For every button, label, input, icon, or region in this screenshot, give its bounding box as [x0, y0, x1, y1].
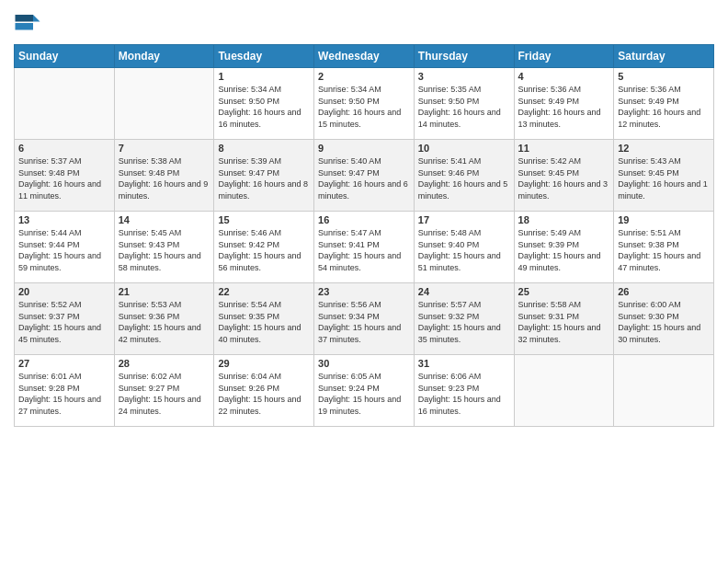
- weekday-header-tuesday: Tuesday: [214, 45, 314, 68]
- week-row-5: 27Sunrise: 6:01 AMSunset: 9:28 PMDayligh…: [15, 355, 714, 427]
- day-number: 6: [18, 143, 110, 154]
- day-info: Sunrise: 5:49 AMSunset: 9:39 PMDaylight:…: [518, 227, 610, 273]
- day-info: Sunrise: 6:06 AMSunset: 9:23 PMDaylight:…: [418, 371, 510, 417]
- calendar-cell: 8Sunrise: 5:39 AMSunset: 9:47 PMDaylight…: [214, 140, 314, 212]
- day-number: 18: [518, 214, 610, 225]
- day-number: 30: [318, 358, 410, 369]
- calendar-cell: 13Sunrise: 5:44 AMSunset: 9:44 PMDayligh…: [15, 212, 115, 283]
- day-number: 19: [618, 214, 710, 225]
- week-row-3: 13Sunrise: 5:44 AMSunset: 9:44 PMDayligh…: [15, 212, 714, 283]
- week-row-4: 20Sunrise: 5:52 AMSunset: 9:37 PMDayligh…: [15, 283, 714, 355]
- day-number: 1: [218, 71, 310, 82]
- logo: [14, 9, 45, 37]
- calendar-cell: 12Sunrise: 5:43 AMSunset: 9:45 PMDayligh…: [614, 140, 714, 212]
- day-info: Sunrise: 5:54 AMSunset: 9:35 PMDaylight:…: [218, 299, 310, 345]
- day-number: 8: [218, 143, 310, 154]
- calendar-cell: 28Sunrise: 6:02 AMSunset: 9:27 PMDayligh…: [114, 355, 214, 427]
- day-info: Sunrise: 5:36 AMSunset: 9:49 PMDaylight:…: [618, 84, 710, 130]
- calendar-cell: [514, 355, 614, 427]
- day-number: 14: [119, 214, 210, 225]
- day-info: Sunrise: 5:47 AMSunset: 9:41 PMDaylight:…: [318, 227, 410, 273]
- calendar-cell: 18Sunrise: 5:49 AMSunset: 9:39 PMDayligh…: [514, 212, 614, 283]
- svg-rect-2: [16, 15, 34, 22]
- calendar-cell: 21Sunrise: 5:53 AMSunset: 9:36 PMDayligh…: [114, 283, 214, 355]
- weekday-header-sunday: Sunday: [15, 45, 115, 68]
- day-info: Sunrise: 5:51 AMSunset: 9:38 PMDaylight:…: [618, 227, 710, 273]
- calendar-cell: 26Sunrise: 6:00 AMSunset: 9:30 PMDayligh…: [614, 283, 714, 355]
- day-number: 23: [318, 286, 410, 297]
- day-number: 15: [218, 214, 310, 225]
- calendar-cell: 25Sunrise: 5:58 AMSunset: 9:31 PMDayligh…: [514, 283, 614, 355]
- day-info: Sunrise: 6:01 AMSunset: 9:28 PMDaylight:…: [18, 371, 110, 417]
- calendar-table: SundayMondayTuesdayWednesdayThursdayFrid…: [14, 44, 714, 427]
- calendar-cell: 31Sunrise: 6:06 AMSunset: 9:23 PMDayligh…: [414, 355, 514, 427]
- calendar-cell: 1Sunrise: 5:34 AMSunset: 9:50 PMDaylight…: [214, 68, 314, 140]
- calendar-cell: 24Sunrise: 5:57 AMSunset: 9:32 PMDayligh…: [414, 283, 514, 355]
- calendar-cell: 14Sunrise: 5:45 AMSunset: 9:43 PMDayligh…: [114, 212, 214, 283]
- day-number: 4: [518, 71, 610, 82]
- day-number: 11: [518, 143, 610, 154]
- day-number: 3: [418, 71, 510, 82]
- calendar-cell: 6Sunrise: 5:37 AMSunset: 9:48 PMDaylight…: [15, 140, 115, 212]
- day-info: Sunrise: 5:41 AMSunset: 9:46 PMDaylight:…: [418, 155, 510, 201]
- day-info: Sunrise: 5:39 AMSunset: 9:47 PMDaylight:…: [218, 155, 310, 201]
- day-number: 5: [618, 71, 710, 82]
- day-info: Sunrise: 6:05 AMSunset: 9:24 PMDaylight:…: [318, 371, 410, 417]
- day-number: 29: [218, 358, 310, 369]
- calendar-cell: [614, 355, 714, 427]
- calendar-cell: [114, 68, 214, 140]
- weekday-header-thursday: Thursday: [414, 45, 514, 68]
- day-info: Sunrise: 5:36 AMSunset: 9:49 PMDaylight:…: [518, 84, 610, 130]
- day-number: 16: [318, 214, 410, 225]
- calendar-cell: 20Sunrise: 5:52 AMSunset: 9:37 PMDayligh…: [15, 283, 115, 355]
- calendar-cell: 15Sunrise: 5:46 AMSunset: 9:42 PMDayligh…: [214, 212, 314, 283]
- calendar-cell: 17Sunrise: 5:48 AMSunset: 9:40 PMDayligh…: [414, 212, 514, 283]
- day-info: Sunrise: 5:58 AMSunset: 9:31 PMDaylight:…: [518, 299, 610, 345]
- day-info: Sunrise: 6:04 AMSunset: 9:26 PMDaylight:…: [218, 371, 310, 417]
- calendar-cell: 7Sunrise: 5:38 AMSunset: 9:48 PMDaylight…: [114, 140, 214, 212]
- calendar-cell: 9Sunrise: 5:40 AMSunset: 9:47 PMDaylight…: [314, 140, 415, 212]
- day-info: Sunrise: 5:43 AMSunset: 9:45 PMDaylight:…: [618, 155, 710, 201]
- day-info: Sunrise: 6:00 AMSunset: 9:30 PMDaylight:…: [618, 299, 710, 345]
- day-info: Sunrise: 5:38 AMSunset: 9:48 PMDaylight:…: [119, 155, 210, 201]
- weekday-header-monday: Monday: [114, 45, 214, 68]
- day-info: Sunrise: 5:37 AMSunset: 9:48 PMDaylight:…: [18, 155, 110, 201]
- day-info: Sunrise: 6:02 AMSunset: 9:27 PMDaylight:…: [119, 371, 210, 417]
- calendar-cell: 5Sunrise: 5:36 AMSunset: 9:49 PMDaylight…: [614, 68, 714, 140]
- day-number: 10: [418, 143, 510, 154]
- day-info: Sunrise: 5:42 AMSunset: 9:45 PMDaylight:…: [518, 155, 610, 201]
- day-info: Sunrise: 5:40 AMSunset: 9:47 PMDaylight:…: [318, 155, 410, 201]
- calendar-cell: 23Sunrise: 5:56 AMSunset: 9:34 PMDayligh…: [314, 283, 415, 355]
- calendar-cell: 30Sunrise: 6:05 AMSunset: 9:24 PMDayligh…: [314, 355, 415, 427]
- calendar-cell: 22Sunrise: 5:54 AMSunset: 9:35 PMDayligh…: [214, 283, 314, 355]
- day-number: 21: [119, 286, 210, 297]
- day-info: Sunrise: 5:48 AMSunset: 9:40 PMDaylight:…: [418, 227, 510, 273]
- day-number: 28: [119, 358, 210, 369]
- header: [14, 9, 714, 37]
- svg-rect-3: [16, 23, 34, 30]
- weekday-header-wednesday: Wednesday: [314, 45, 415, 68]
- day-info: Sunrise: 5:53 AMSunset: 9:36 PMDaylight:…: [119, 299, 210, 345]
- week-row-1: 1Sunrise: 5:34 AMSunset: 9:50 PMDaylight…: [15, 68, 714, 140]
- day-number: 20: [18, 286, 110, 297]
- weekday-header-friday: Friday: [514, 45, 614, 68]
- page: SundayMondayTuesdayWednesdayThursdayFrid…: [0, 0, 728, 563]
- day-info: Sunrise: 5:56 AMSunset: 9:34 PMDaylight:…: [318, 299, 410, 345]
- day-number: 22: [218, 286, 310, 297]
- day-info: Sunrise: 5:46 AMSunset: 9:42 PMDaylight:…: [218, 227, 310, 273]
- calendar-cell: 2Sunrise: 5:34 AMSunset: 9:50 PMDaylight…: [314, 68, 415, 140]
- day-info: Sunrise: 5:34 AMSunset: 9:50 PMDaylight:…: [218, 84, 310, 130]
- day-info: Sunrise: 5:52 AMSunset: 9:37 PMDaylight:…: [18, 299, 110, 345]
- calendar-cell: 27Sunrise: 6:01 AMSunset: 9:28 PMDayligh…: [15, 355, 115, 427]
- day-number: 7: [119, 143, 210, 154]
- day-info: Sunrise: 5:35 AMSunset: 9:50 PMDaylight:…: [418, 84, 510, 130]
- calendar-cell: 4Sunrise: 5:36 AMSunset: 9:49 PMDaylight…: [514, 68, 614, 140]
- day-number: 26: [618, 286, 710, 297]
- day-info: Sunrise: 5:57 AMSunset: 9:32 PMDaylight:…: [418, 299, 510, 345]
- day-number: 31: [418, 358, 510, 369]
- weekday-header-row: SundayMondayTuesdayWednesdayThursdayFrid…: [15, 45, 714, 68]
- calendar-cell: 11Sunrise: 5:42 AMSunset: 9:45 PMDayligh…: [514, 140, 614, 212]
- day-info: Sunrise: 5:45 AMSunset: 9:43 PMDaylight:…: [119, 227, 210, 273]
- calendar-cell: 3Sunrise: 5:35 AMSunset: 9:50 PMDaylight…: [414, 68, 514, 140]
- day-number: 27: [18, 358, 110, 369]
